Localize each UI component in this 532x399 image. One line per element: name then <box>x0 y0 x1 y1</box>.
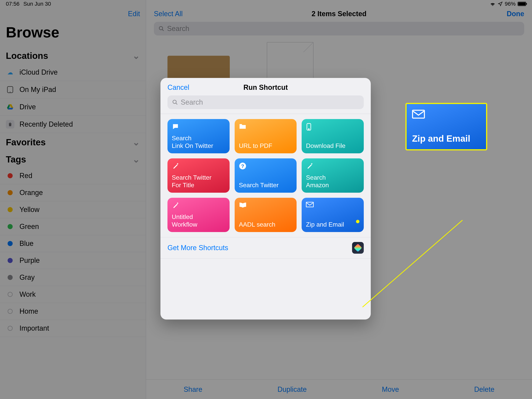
shortcut-aadl-search[interactable]: AADL search <box>235 198 297 232</box>
shortcut-download-file[interactable]: Download File <box>302 119 364 153</box>
shortcut-label: Search Amazon <box>306 174 360 189</box>
shortcut-search-twitter[interactable]: ? Search Twitter <box>235 158 297 193</box>
run-shortcut-modal: Cancel Run Shortcut Search Search Link O… <box>160 78 371 320</box>
search-icon <box>172 99 178 105</box>
svg-text:?: ? <box>241 163 244 169</box>
shortcut-label: Search Link On Twitter <box>172 135 225 149</box>
svg-point-7 <box>173 100 177 104</box>
cancel-button[interactable]: Cancel <box>167 83 189 91</box>
callout-zip-and-email: Zip and Email <box>405 103 487 150</box>
shortcut-label: URL to PDF <box>239 142 292 149</box>
wand-icon <box>306 162 360 170</box>
folder-icon <box>239 123 292 131</box>
question-icon: ? <box>239 162 292 170</box>
svg-rect-14 <box>413 110 424 118</box>
modal-title: Run Shortcut <box>243 83 288 91</box>
phone-icon <box>306 123 360 131</box>
shortcut-label: Search Twitter <box>239 181 292 189</box>
shortcut-search-input[interactable]: Search <box>167 96 364 109</box>
callout-label: Zip and Email <box>412 133 481 144</box>
shortcut-url-to-pdf[interactable]: URL to PDF <box>235 119 297 153</box>
annotation-dot <box>356 220 360 223</box>
shortcuts-app-icon[interactable] <box>352 242 364 254</box>
search-placeholder: Search <box>181 98 203 106</box>
svg-line-8 <box>176 103 177 105</box>
shortcut-label: Zip and Email <box>306 221 360 228</box>
wand-icon <box>172 162 225 170</box>
shortcut-label: Download File <box>306 142 360 149</box>
mail-icon <box>412 109 481 117</box>
svg-rect-13 <box>306 202 314 207</box>
shortcut-search-amazon[interactable]: Search Amazon <box>302 158 364 193</box>
book-icon <box>239 202 292 209</box>
speech-icon <box>172 123 225 131</box>
shortcut-label: Untitled Workflow <box>172 213 225 228</box>
shortcut-untitled-workflow[interactable]: Untitled Workflow <box>167 198 230 232</box>
shortcut-search-link-twitter[interactable]: Search Link On Twitter <box>167 119 230 153</box>
mail-icon <box>306 202 360 209</box>
shortcut-label: AADL search <box>239 221 292 228</box>
wand-icon <box>172 202 225 209</box>
shortcut-search-twitter-title[interactable]: Search Twitter For Title <box>167 158 230 193</box>
shortcut-zip-and-email[interactable]: Zip and Email <box>302 198 364 232</box>
get-more-shortcuts-link[interactable]: Get More Shortcuts <box>167 244 228 252</box>
svg-point-10 <box>309 129 309 129</box>
shortcut-label: Search Twitter For Title <box>172 174 225 189</box>
